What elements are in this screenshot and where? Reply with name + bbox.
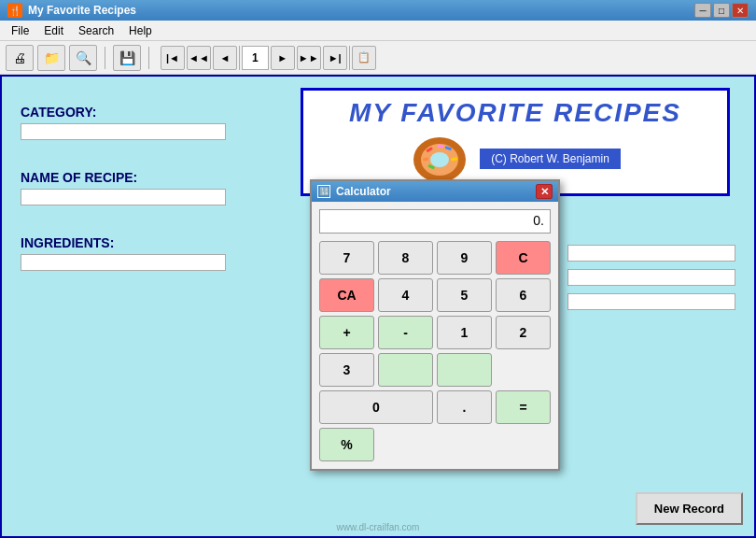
watermark: www.dl-crailfan.com	[337, 522, 420, 532]
copyright-box: (C) Robert W. Benjamin	[480, 149, 621, 169]
calc-title-bar: 🔢 Calculator ✕	[312, 181, 558, 202]
calc-7-button[interactable]: 7	[319, 241, 374, 275]
name-section: NAME OF RECIPE:	[21, 170, 226, 205]
category-input[interactable]	[21, 123, 226, 140]
record-number: 1	[242, 46, 269, 70]
svg-rect-7	[438, 145, 443, 149]
calc-2-button[interactable]: 2	[496, 316, 551, 349]
calc-6-button[interactable]: 6	[496, 278, 551, 312]
app-icon: 🍴	[7, 3, 22, 18]
calc-title: Calculator	[336, 185, 391, 198]
calc-buttons: 7 8 9 C CA 4 5 6 + - 1 2 3 0 . = %	[312, 241, 558, 469]
nav-last-button[interactable]: ►|	[323, 46, 347, 70]
calc-percent-button[interactable]: %	[319, 428, 374, 461]
calc-4-button[interactable]: 4	[378, 278, 433, 312]
calc-empty2-button	[437, 353, 492, 387]
nav-first-button[interactable]: |◄	[161, 46, 185, 70]
search-button[interactable]: 🔍	[69, 45, 97, 71]
calc-c-button[interactable]: C	[496, 241, 551, 275]
calc-5-button[interactable]: 5	[437, 278, 492, 312]
calc-display: 0.	[319, 209, 551, 234]
print-button[interactable]: 🖨	[6, 45, 34, 71]
copyright-text: (C) Robert W. Benjamin	[491, 152, 609, 165]
ingredients-input[interactable]	[21, 254, 226, 271]
nav-prev-button[interactable]: ◄	[213, 46, 237, 70]
calc-dot-button[interactable]: .	[437, 390, 492, 424]
maximize-button[interactable]: □	[713, 3, 730, 18]
nav-extra-button[interactable]: 📋	[352, 46, 376, 70]
title-bar: 🍴 My Favorite Recipes ─ □ ✕	[0, 0, 756, 21]
calc-8-button[interactable]: 8	[378, 241, 433, 275]
nav-prev-prev-button[interactable]: ◄◄	[187, 46, 211, 70]
new-record-button[interactable]: New Record	[636, 492, 743, 525]
calculator-window: 🔢 Calculator ✕ 0. 7 8 9 C CA 4 5 6 + - 1…	[310, 179, 560, 471]
menu-search[interactable]: Search	[71, 22, 121, 39]
toolbar: 🖨 📁 🔍 💾 |◄ ◄◄ ◄ 1 ► ►► ►| 📋	[0, 41, 756, 75]
menu-bar: File Edit Search Help	[0, 21, 756, 41]
main-content: MY FAVORITE RECIPES (C) Robert W. Benjam…	[0, 75, 756, 538]
menu-file[interactable]: File	[4, 22, 36, 39]
calc-equals-button[interactable]: =	[496, 390, 551, 424]
save-button[interactable]: 💾	[113, 45, 141, 71]
right-field-1[interactable]	[567, 245, 735, 262]
calc-empty1-button	[378, 353, 433, 387]
calc-0-button[interactable]: 0	[319, 390, 433, 424]
svg-point-2	[430, 152, 449, 167]
calc-close-button[interactable]: ✕	[536, 184, 553, 199]
category-section: CATEGORY:	[21, 105, 226, 140]
calc-minus-button[interactable]: -	[378, 316, 433, 349]
calc-icon: 🔢	[317, 185, 330, 198]
toolbar-separator-2	[148, 47, 149, 69]
nav-controls: |◄ ◄◄ ◄ 1 ► ►► ►| 📋	[161, 46, 376, 70]
name-label: NAME OF RECIPE:	[21, 170, 226, 185]
calc-9-button[interactable]: 9	[437, 241, 492, 275]
window-title: My Favorite Recipes	[28, 4, 136, 17]
category-label: CATEGORY:	[21, 105, 226, 120]
calc-ca-button[interactable]: CA	[319, 278, 374, 312]
name-input[interactable]	[21, 189, 226, 205]
nav-next-next-button[interactable]: ►►	[297, 46, 321, 70]
right-field-3[interactable]	[567, 293, 735, 310]
header-title: MY FAVORITE RECIPES	[311, 98, 720, 128]
close-button[interactable]: ✕	[732, 3, 749, 18]
nav-divider	[239, 46, 240, 70]
ingredients-label: INGREDIENTS:	[21, 235, 226, 250]
ingredients-section: INGREDIENTS:	[21, 235, 226, 271]
nav-divider-2	[349, 46, 350, 70]
minimize-button[interactable]: ─	[694, 3, 711, 18]
window-controls: ─ □ ✕	[694, 3, 749, 18]
open-button[interactable]: 📁	[37, 45, 65, 71]
right-fields	[567, 245, 735, 318]
nav-next-button[interactable]: ►	[271, 46, 295, 70]
calc-1-button[interactable]: 1	[437, 316, 492, 349]
header-subtitle: (C) Robert W. Benjamin	[311, 132, 720, 186]
donut-image	[410, 132, 470, 186]
calc-3-button[interactable]: 3	[319, 353, 374, 387]
menu-edit[interactable]: Edit	[36, 22, 71, 39]
toolbar-separator	[105, 47, 105, 69]
right-field-2[interactable]	[567, 269, 735, 286]
menu-help[interactable]: Help	[121, 22, 160, 39]
calc-plus-button[interactable]: +	[319, 316, 374, 349]
